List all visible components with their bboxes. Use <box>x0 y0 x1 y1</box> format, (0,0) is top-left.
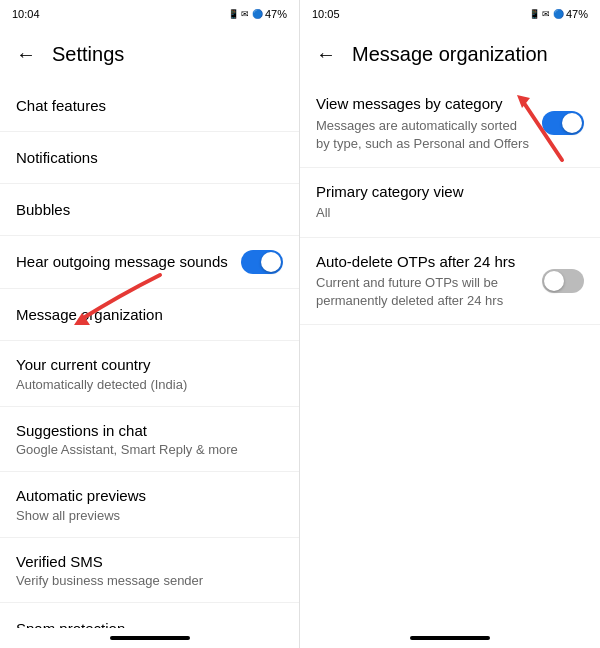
right-home-bar <box>410 636 490 640</box>
left-header-title: Settings <box>52 43 124 66</box>
settings-item-content-auto-previews: Automatic previewsShow all previews <box>16 486 283 523</box>
settings-item-hear-sounds[interactable]: Hear outgoing message sounds <box>0 236 299 289</box>
right-status-bar: 10:05 📱 ✉ 🔵 47% <box>300 0 600 28</box>
settings-item-content-notifications: Notifications <box>16 148 283 168</box>
settings-item-title-message-org: Message organization <box>16 305 283 325</box>
settings-item-message-org[interactable]: Message organization <box>0 289 299 341</box>
msg-org-item-view-by-category[interactable]: View messages by categoryMessages are au… <box>300 80 600 168</box>
right-toggle-knob-view-by-category <box>562 113 582 133</box>
settings-item-chat-features[interactable]: Chat features <box>0 80 299 132</box>
left-time: 10:04 <box>12 8 40 20</box>
settings-item-title-chat-features: Chat features <box>16 96 283 116</box>
right-time: 10:05 <box>312 8 340 20</box>
settings-item-title-suggestions: Suggestions in chat <box>16 421 283 441</box>
right-home-indicator <box>300 628 600 648</box>
msg-org-content-view-by-category: View messages by categoryMessages are au… <box>316 94 542 153</box>
settings-item-content-hear-sounds: Hear outgoing message sounds <box>16 252 241 272</box>
settings-item-content-spam-protection: Spam protection <box>16 619 283 628</box>
msg-org-item-primary-category[interactable]: Primary category viewAll <box>300 168 600 238</box>
left-home-indicator <box>0 628 299 648</box>
settings-item-subtitle-verified-sms: Verify business message sender <box>16 573 283 588</box>
msg-org-subtitle-view-by-category: Messages are automatically sorted by typ… <box>316 117 534 153</box>
settings-item-bubbles[interactable]: Bubbles <box>0 184 299 236</box>
right-header: ← Message organization <box>300 28 600 80</box>
settings-item-content-chat-features: Chat features <box>16 96 283 116</box>
toggle-knob-hear-sounds <box>261 252 281 272</box>
settings-item-title-current-country: Your current country <box>16 355 283 375</box>
left-status-bar: 10:04 📱 ✉ 🔵 47% <box>0 0 299 28</box>
msg-org-title-primary-category: Primary category view <box>316 182 576 202</box>
settings-item-subtitle-suggestions: Google Assistant, Smart Reply & more <box>16 442 283 457</box>
settings-list: Chat featuresNotificationsBubblesHear ou… <box>0 80 299 628</box>
settings-item-content-current-country: Your current countryAutomatically detect… <box>16 355 283 392</box>
left-header: ← Settings <box>0 28 299 80</box>
settings-item-content-verified-sms: Verified SMSVerify business message send… <box>16 552 283 589</box>
settings-item-title-hear-sounds: Hear outgoing message sounds <box>16 252 241 272</box>
toggle-hear-sounds[interactable] <box>241 250 283 274</box>
settings-item-spam-protection[interactable]: Spam protection <box>0 603 299 628</box>
right-battery-pct: 47% <box>566 8 588 20</box>
right-back-button[interactable]: ← <box>316 43 336 66</box>
msg-org-subtitle-primary-category: All <box>316 204 576 222</box>
settings-item-content-suggestions: Suggestions in chatGoogle Assistant, Sma… <box>16 421 283 458</box>
settings-item-subtitle-current-country: Automatically detected (India) <box>16 377 283 392</box>
msg-org-item-auto-delete-otps[interactable]: Auto-delete OTPs after 24 hrsCurrent and… <box>300 238 600 326</box>
settings-item-verified-sms[interactable]: Verified SMSVerify business message send… <box>0 538 299 604</box>
settings-item-title-notifications: Notifications <box>16 148 283 168</box>
right-toggle-view-by-category[interactable] <box>542 111 584 135</box>
notification-icons: 📱 ✉ 🔵 <box>228 9 263 19</box>
right-notification-icons: 📱 ✉ 🔵 <box>529 9 564 19</box>
settings-item-title-spam-protection: Spam protection <box>16 619 283 628</box>
settings-item-subtitle-auto-previews: Show all previews <box>16 508 283 523</box>
right-toggle-auto-delete-otps[interactable] <box>542 269 584 293</box>
settings-item-content-message-org: Message organization <box>16 305 283 325</box>
settings-item-auto-previews[interactable]: Automatic previewsShow all previews <box>0 472 299 538</box>
settings-item-title-auto-previews: Automatic previews <box>16 486 283 506</box>
left-home-bar <box>110 636 190 640</box>
msg-org-subtitle-auto-delete-otps: Current and future OTPs will be permanen… <box>316 274 534 310</box>
right-header-title: Message organization <box>352 43 548 66</box>
left-back-button[interactable]: ← <box>16 43 36 66</box>
right-toggle-knob-auto-delete-otps <box>544 271 564 291</box>
right-status-icons: 📱 ✉ 🔵 47% <box>529 8 588 20</box>
settings-item-content-bubbles: Bubbles <box>16 200 283 220</box>
left-panel: 10:04 📱 ✉ 🔵 47% ← Settings Chat features… <box>0 0 300 648</box>
settings-item-current-country[interactable]: Your current countryAutomatically detect… <box>0 341 299 407</box>
settings-item-title-verified-sms: Verified SMS <box>16 552 283 572</box>
msg-org-title-view-by-category: View messages by category <box>316 94 534 114</box>
right-panel: 10:05 📱 ✉ 🔵 47% ← Message organization V… <box>300 0 600 648</box>
left-battery-pct: 47% <box>265 8 287 20</box>
msg-org-title-auto-delete-otps: Auto-delete OTPs after 24 hrs <box>316 252 534 272</box>
settings-item-title-bubbles: Bubbles <box>16 200 283 220</box>
settings-item-notifications[interactable]: Notifications <box>0 132 299 184</box>
left-status-icons: 📱 ✉ 🔵 47% <box>228 8 287 20</box>
settings-item-suggestions[interactable]: Suggestions in chatGoogle Assistant, Sma… <box>0 407 299 473</box>
message-org-list: View messages by categoryMessages are au… <box>300 80 600 628</box>
msg-org-content-auto-delete-otps: Auto-delete OTPs after 24 hrsCurrent and… <box>316 252 542 311</box>
msg-org-content-primary-category: Primary category viewAll <box>316 182 584 223</box>
